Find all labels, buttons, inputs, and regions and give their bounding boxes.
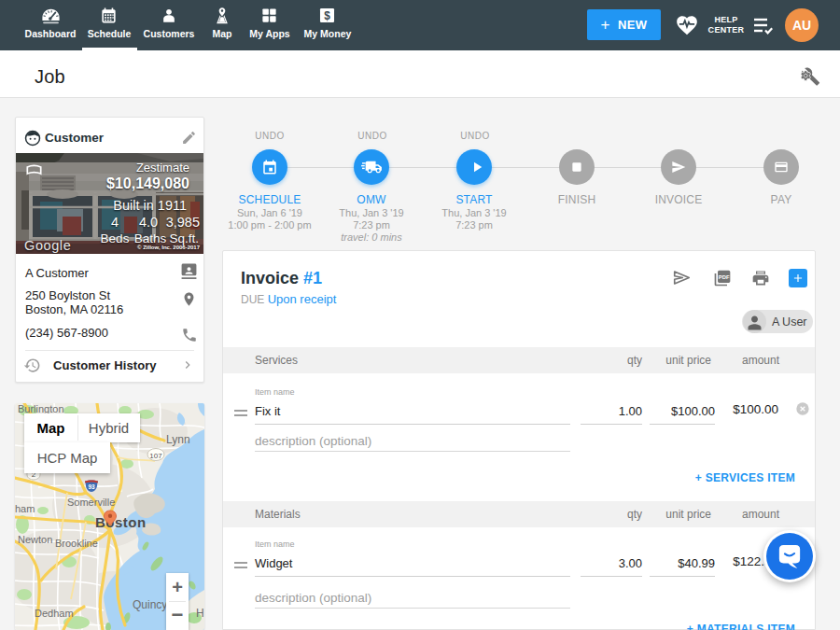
- svg-text:Somerville: Somerville: [67, 497, 115, 508]
- svg-text:Newton: Newton: [18, 534, 52, 545]
- svg-text:93: 93: [88, 483, 95, 490]
- svg-text:ham: ham: [15, 503, 35, 514]
- svg-text:Boston: Boston: [95, 514, 147, 530]
- svg-text:Hi: Hi: [196, 607, 204, 620]
- svg-text:PDF: PDF: [719, 274, 730, 280]
- svg-text:Dedham: Dedham: [35, 608, 74, 619]
- svg-text:$: $: [324, 9, 330, 22]
- svg-text:Quincy: Quincy: [133, 598, 167, 611]
- svg-text:107: 107: [149, 452, 162, 460]
- svg-text:Lynn: Lynn: [166, 433, 190, 446]
- svg-text:Brookline: Brookline: [55, 538, 98, 549]
